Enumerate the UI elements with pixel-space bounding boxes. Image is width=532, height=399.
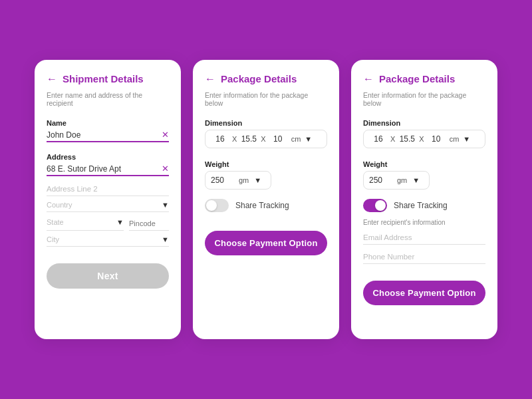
state-chevron-icon: ▼	[116, 218, 124, 226]
dim-unit-2: cm	[450, 135, 460, 143]
share-tracking-label-1: Share Tracking	[235, 201, 289, 210]
dim-h-input-2[interactable]	[398, 134, 416, 144]
weight-label-1: Weight	[205, 160, 327, 168]
dimension-row-1: X X cm ▼	[205, 130, 327, 148]
dimension-row-2: X X cm ▼	[363, 130, 485, 148]
address-input-row: ✕	[47, 164, 169, 176]
back-arrow-icon-3[interactable]: ←	[363, 74, 374, 84]
city-select-row: City ▼	[47, 235, 169, 247]
card-title: Shipment Details	[63, 73, 144, 84]
name-input-row: ✕	[47, 130, 169, 142]
pincode-input[interactable]	[129, 217, 169, 231]
recipient-info-label: Enter recipient's information	[363, 219, 485, 226]
dimension-label-1: Dimension	[205, 119, 327, 127]
name-input[interactable]	[47, 130, 162, 140]
weight-label-2: Weight	[363, 160, 485, 168]
weight-unit-1: gm	[239, 176, 249, 184]
address-label: Address	[47, 153, 169, 161]
card-header-2: ← Package Details	[205, 73, 327, 84]
back-arrow-icon[interactable]: ←	[47, 74, 57, 84]
address-input[interactable]	[47, 164, 162, 174]
name-clear-icon[interactable]: ✕	[162, 130, 169, 140]
dim-w-input-1[interactable]	[211, 134, 229, 144]
name-label: Name	[47, 119, 169, 127]
dim-w-input-2[interactable]	[369, 134, 388, 144]
package-details-card-1: ← Package Details Enter information for …	[193, 60, 339, 339]
dim-d-input-1[interactable]	[269, 134, 287, 144]
dim-chevron-icon-2[interactable]: ▼	[463, 135, 470, 143]
back-arrow-icon-2[interactable]: ←	[205, 74, 215, 84]
share-tracking-label-2: Share Tracking	[394, 201, 448, 210]
dim-h-input-1[interactable]	[239, 134, 258, 144]
dim-d-input-2[interactable]	[427, 134, 446, 144]
country-select-row: Country ▼	[47, 201, 169, 212]
toggle-knob-2	[375, 200, 386, 211]
weight-input-2[interactable]	[369, 176, 393, 185]
share-tracking-toggle-2[interactable]	[363, 199, 387, 212]
card-header-3: ← Package Details	[363, 73, 485, 84]
payment-button-1[interactable]: Choose Payment Option	[205, 231, 327, 255]
next-button[interactable]: Next	[47, 263, 169, 289]
dimension-label-2: Dimension	[363, 119, 485, 127]
card-subtitle-3: Enter information for the package below	[363, 91, 485, 107]
email-input[interactable]	[363, 230, 485, 245]
state-select[interactable]: State	[47, 218, 116, 226]
share-tracking-row-2: Share Tracking	[363, 199, 485, 212]
weight-row-1: gm ▼	[205, 171, 271, 190]
city-select[interactable]: City	[47, 235, 162, 243]
country-chevron-icon: ▼	[162, 201, 169, 209]
card-subtitle: Enter name and address of the recipient	[47, 91, 169, 107]
share-tracking-toggle-1[interactable]	[205, 199, 229, 212]
city-chevron-icon: ▼	[162, 235, 169, 243]
state-pincode-row: State ▼	[47, 217, 169, 231]
weight-row-2: gm ▼	[363, 171, 430, 190]
dim-chevron-icon-1[interactable]: ▼	[305, 135, 312, 143]
shipment-details-card: ← Shipment Details Enter name and addres…	[35, 60, 181, 339]
country-select[interactable]: Country	[47, 201, 162, 209]
weight-chevron-icon-2[interactable]: ▼	[412, 176, 420, 184]
card-header: ← Shipment Details	[47, 73, 169, 84]
dim-unit-1: cm	[291, 135, 301, 143]
share-tracking-row-1: Share Tracking	[205, 199, 327, 212]
dim-x-icon-4: X	[419, 135, 424, 143]
weight-input-1[interactable]	[211, 176, 235, 185]
toggle-knob-1	[206, 200, 217, 211]
state-select-row: State ▼	[47, 217, 124, 231]
card-subtitle-2: Enter information for the package below	[205, 91, 327, 107]
dim-x-icon-1: X	[232, 135, 237, 143]
card-title-2: Package Details	[221, 73, 297, 84]
dim-x-icon-2: X	[261, 135, 265, 143]
address2-input[interactable]	[47, 182, 169, 196]
package-details-card-2: ← Package Details Enter information for …	[351, 60, 497, 339]
phone-input[interactable]	[363, 249, 485, 264]
dim-x-icon-3: X	[390, 135, 395, 143]
weight-unit-2: gm	[397, 176, 407, 184]
card-title-3: Package Details	[379, 73, 455, 84]
weight-chevron-icon-1[interactable]: ▼	[254, 176, 261, 184]
address-clear-icon[interactable]: ✕	[162, 164, 169, 174]
payment-button-2[interactable]: Choose Payment Option	[363, 281, 485, 305]
